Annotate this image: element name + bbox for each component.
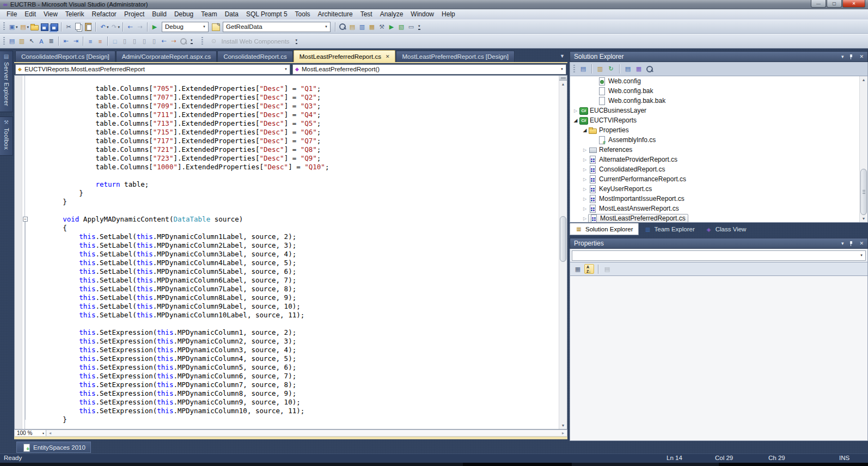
panel-tab-team-explorer[interactable]: ▥Team Explorer [639, 223, 700, 235]
split-handle[interactable] [559, 76, 567, 81]
properties-close-icon[interactable]: ✕ [859, 241, 864, 246]
collapsed-arrow-icon[interactable]: ▷ [582, 187, 588, 192]
toolbar-overflow-icon[interactable]: ▾ [296, 38, 298, 44]
editor-horizontal-scrollbar[interactable]: 100 % ▾ ◂ ▸ [14, 430, 567, 437]
code-line[interactable]: this.SetExpression(this.MPDynamicColumn7… [30, 381, 559, 389]
code-line[interactable]: return table; [30, 180, 559, 189]
menu-project[interactable]: Project [120, 10, 148, 19]
solution-configurations-combo[interactable]: Debug▾ [162, 22, 209, 32]
entityspaces-tab[interactable]: EntitySpaces 2010 [16, 442, 91, 453]
object-browser-icon[interactable]: ▥ [357, 22, 367, 32]
collapsed-arrow-icon[interactable]: ▷ [582, 197, 588, 201]
tab-admin-corporatereport-aspx-cs[interactable]: Admin/CorporateReport.aspx.cs [116, 51, 217, 62]
code-line[interactable]: { [30, 224, 559, 232]
collapsed-arrow-icon[interactable]: ▷ [572, 108, 579, 113]
type-combo[interactable]: ◆ EUCTVIReports.MostLeastPreferredReport… [15, 64, 290, 75]
scroll-down-icon[interactable]: ▼ [559, 422, 567, 429]
install-web-components-button[interactable]: ⊙Install Web Components [205, 36, 294, 46]
view-class-diagram-icon[interactable] [645, 64, 655, 74]
zoom-combo[interactable]: 100 % ▾ [15, 430, 46, 436]
expanded-arrow-icon[interactable]: ◢ [582, 127, 588, 133]
save-icon[interactable] [39, 22, 49, 32]
code-line[interactable]: this.SetLabel(this.MPDynamicColumn10Labe… [30, 311, 559, 320]
property-pages-icon[interactable]: ▤ [602, 264, 612, 274]
immediate-window-icon[interactable]: ▭ [406, 22, 416, 32]
close-tab-icon[interactable]: ✕ [386, 54, 390, 59]
menu-telerik[interactable]: Telerik [62, 10, 88, 19]
close-panel-icon[interactable]: ✕ [859, 54, 864, 59]
command-window-icon[interactable]: ▶ [387, 22, 396, 32]
collapsed-arrow-icon[interactable]: ▷ [582, 148, 588, 152]
menu-build[interactable]: Build [148, 10, 170, 19]
find-combo[interactable]: GetRealData▾ [223, 22, 331, 32]
tab-consolidatedreport-cs-design[interactable]: ConsolidatedReport.cs [Design] [15, 51, 115, 62]
code-line[interactable]: this.SetLabel(this.MPDynamicColumn7Label… [30, 285, 559, 293]
code-line[interactable]: table.Columns["715"].ExtendedProperties[… [30, 128, 559, 137]
properties-content[interactable] [570, 276, 868, 441]
code-line[interactable]: this.SetLabel(this.MPDynamicColumn8Label… [30, 293, 559, 302]
tree-scroll-down-icon[interactable]: ▼ [860, 215, 867, 222]
tree-item-references[interactable]: ▷References [570, 145, 867, 155]
close-button[interactable]: ✕ [842, 0, 865, 8]
code-line[interactable]: table.Columns["711"].ExtendedProperties[… [30, 111, 559, 119]
menu-test[interactable]: Test [357, 10, 376, 19]
menu-analyze[interactable]: Analyze [376, 10, 407, 19]
tree-scroll-thumb[interactable] [860, 169, 867, 215]
object-selector-dropdown-icon[interactable]: ▾ [858, 251, 865, 260]
tools-options-icon[interactable]: ⚒ [377, 22, 387, 32]
code-line[interactable]: table.Columns["705"].ExtendedProperties[… [30, 84, 559, 93]
properties-icon[interactable]: ▤ [578, 64, 588, 74]
pin-icon[interactable] [849, 54, 854, 60]
tree-item-keyuserreport-cs[interactable]: ▷KeyUserReport.cs [570, 184, 867, 194]
view-in-browser-icon[interactable]: ▥ [17, 36, 27, 46]
edit-style-icon[interactable]: A [36, 36, 46, 46]
tree-scrollbar[interactable]: ▲ ▼ [859, 76, 867, 222]
properties-position-icon[interactable]: ▾ [841, 241, 844, 246]
properties-window-icon[interactable]: ▤ [347, 22, 357, 32]
zoom-dropdown-icon[interactable]: ▾ [42, 431, 46, 435]
menu-debug[interactable]: Debug [170, 10, 197, 19]
collapsed-arrow-icon[interactable]: ▷ [582, 206, 588, 211]
menu-window[interactable]: Window [407, 10, 438, 19]
tree-item-eucbusinesslayer[interactable]: ▷EUCBusinessLayer [570, 106, 867, 115]
code-line[interactable] [30, 320, 559, 328]
collapsed-arrow-icon[interactable]: ▷ [582, 167, 588, 172]
copy-icon[interactable] [74, 22, 83, 32]
format-document-icon[interactable]: ▤ [7, 36, 17, 46]
code-line[interactable]: this.SetExpression(this.MPDynamicColumn2… [30, 337, 559, 346]
editor-vertical-scrollbar[interactable]: ▲ ▼ [559, 76, 567, 429]
navigate-forward-icon[interactable]: ⇢ [135, 22, 145, 32]
tree-item-mostimportantissuereport-cs[interactable]: ▷MostImportantIssueReport.cs [570, 194, 867, 204]
code-line[interactable]: this.SetLabel(this.MPDynamicColumn4Label… [30, 259, 559, 267]
tree-item-euctvireports[interactable]: ◢EUCTVIReports [570, 115, 867, 125]
numbering-icon[interactable]: ≡ [95, 36, 105, 46]
tree-item-web-config-bak-bak[interactable]: Web.config.bak.bak [570, 96, 867, 106]
increase-indent-icon[interactable]: ⇥ [71, 36, 81, 46]
code-line[interactable]: } [30, 415, 559, 424]
view-code-icon[interactable]: ▤ [623, 64, 633, 74]
tab-mostleastpreferredreport-cs-design[interactable]: MostLeastPreferredReport.cs [Design] [396, 51, 515, 62]
delete-comment-icon[interactable]: ▯ [149, 36, 159, 46]
toolbar-grip[interactable] [3, 22, 5, 31]
toolbar-overflow-icon[interactable]: ▾ [418, 24, 420, 30]
menu-data[interactable]: Data [221, 10, 242, 19]
solution-explorer-header[interactable]: Solution Explorer ▾ ✕ [570, 51, 868, 62]
code-line[interactable]: this.SetLabel(this.MPDynamicColumn5Label… [30, 267, 559, 276]
tree-item-web-config[interactable]: Web.config [570, 76, 867, 86]
code-line[interactable]: this.SetExpression(this.MPDynamicColumn3… [30, 346, 559, 354]
code-line[interactable]: } [30, 189, 559, 198]
code-line[interactable]: void ApplyMADynamicContent(DataTable sou… [30, 215, 559, 224]
code-line[interactable]: this.SetLabel(this.MPDynamicColumn6Label… [30, 276, 559, 285]
select-element-icon[interactable]: ↖ [27, 36, 36, 46]
collapsed-arrow-icon[interactable]: ▷ [582, 157, 588, 162]
code-line[interactable]: this.SetExpression(this.MPDynamicColumn1… [30, 407, 559, 415]
menu-help[interactable]: Help [438, 10, 459, 19]
document-outline-icon[interactable]: ≣ [46, 36, 56, 46]
tree-item-consolidatedreport-cs[interactable]: ▷ConsolidatedReport.cs [570, 164, 867, 174]
save-all-icon[interactable] [49, 22, 59, 32]
type-combo-dropdown-icon[interactable]: ▾ [282, 65, 290, 74]
properties-pin-icon[interactable] [849, 241, 854, 247]
previous-comment-icon[interactable]: ▯ [130, 36, 139, 46]
code-line[interactable]: this.SetLabel(this.MPDynamicColumn9Label… [30, 302, 559, 311]
solution-explorer-window-icon[interactable]: ▦ [367, 22, 377, 32]
